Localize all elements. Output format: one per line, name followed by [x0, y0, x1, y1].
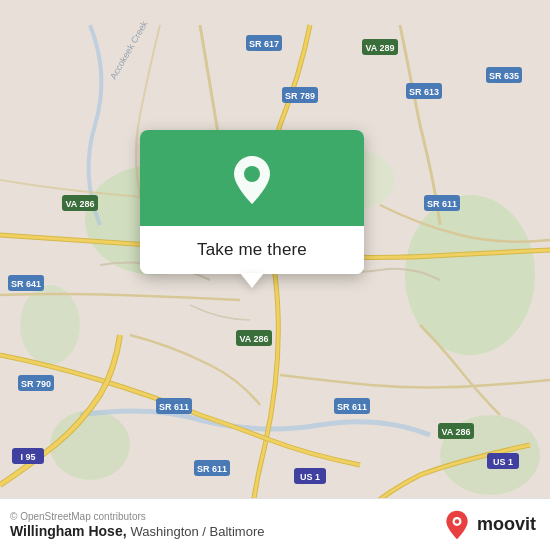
svg-text:SR 641: SR 641 — [11, 279, 41, 289]
svg-text:I 95: I 95 — [20, 452, 35, 462]
moovit-icon — [441, 509, 473, 541]
svg-point-44 — [455, 519, 459, 523]
bottom-bar: © OpenStreetMap contributors Willingham … — [0, 498, 550, 550]
svg-text:SR 790: SR 790 — [21, 379, 51, 389]
svg-text:SR 617: SR 617 — [249, 39, 279, 49]
map-background: SR 617 VA 289 SR 789 SR 613 SR 635 VA 28… — [0, 0, 550, 550]
location-name: Willingham Hose, — [10, 523, 127, 539]
svg-text:US 1: US 1 — [493, 457, 513, 467]
svg-text:SR 611: SR 611 — [197, 464, 227, 474]
copyright-text: © OpenStreetMap contributors — [10, 511, 264, 522]
bottom-left: © OpenStreetMap contributors Willingham … — [10, 511, 264, 539]
map-container: SR 617 VA 289 SR 789 SR 613 SR 635 VA 28… — [0, 0, 550, 550]
svg-point-42 — [244, 166, 260, 182]
svg-text:SR 635: SR 635 — [489, 71, 519, 81]
region-text: Washington / Baltimore — [131, 524, 265, 539]
svg-point-6 — [20, 285, 80, 365]
moovit-text: moovit — [477, 514, 536, 535]
svg-text:VA 286: VA 286 — [65, 199, 94, 209]
svg-text:US 1: US 1 — [300, 472, 320, 482]
svg-text:VA 286: VA 286 — [239, 334, 268, 344]
popup-label-area[interactable]: Take me there — [140, 226, 364, 274]
moovit-logo: moovit — [441, 509, 536, 541]
popup-card: Take me there — [140, 130, 364, 274]
location-pin-icon — [226, 154, 278, 206]
svg-text:SR 789: SR 789 — [285, 91, 315, 101]
svg-text:VA 289: VA 289 — [365, 43, 394, 53]
svg-text:SR 611: SR 611 — [427, 199, 457, 209]
svg-text:SR 611: SR 611 — [159, 402, 189, 412]
svg-text:SR 613: SR 613 — [409, 87, 439, 97]
popup-green-area — [140, 130, 364, 226]
svg-text:SR 611: SR 611 — [337, 402, 367, 412]
svg-text:VA 286: VA 286 — [441, 427, 470, 437]
take-me-there-button[interactable]: Take me there — [197, 240, 307, 260]
svg-point-3 — [50, 410, 130, 480]
